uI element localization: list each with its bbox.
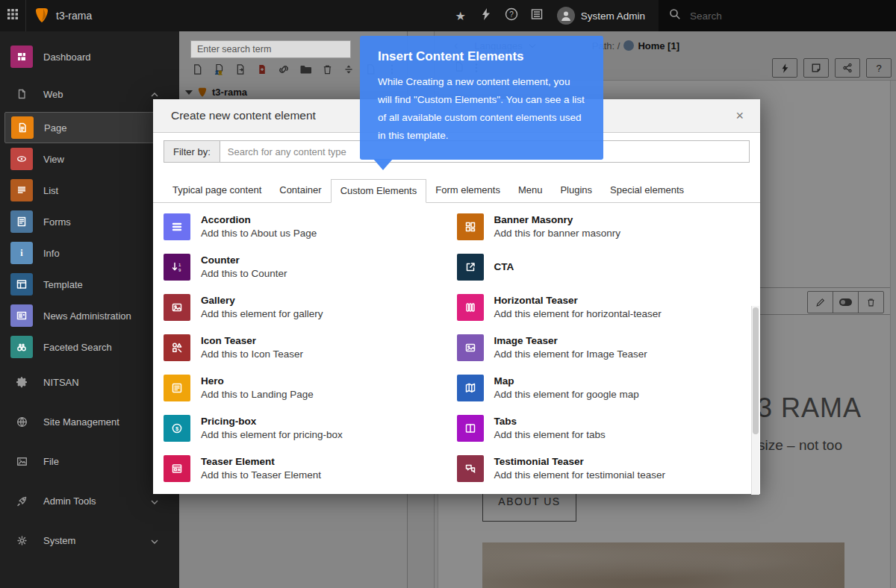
global-search-input[interactable] — [688, 10, 871, 22]
sidebar-item-label: Page — [44, 122, 66, 134]
info-icon: i — [10, 242, 33, 264]
app-grid-button[interactable] — [0, 0, 26, 31]
item-hero[interactable]: HeroAdd this to Landing Page — [164, 375, 457, 401]
tab-special-elements[interactable]: Special elements — [601, 179, 693, 202]
tabs-icon — [457, 415, 484, 442]
screen: t3-rama ★ ? System Admin — [0, 0, 896, 588]
sidebar-item-forms[interactable]: Forms — [0, 206, 179, 237]
sidebar-item-label: System — [43, 535, 75, 546]
sidebar-group-system[interactable]: System — [0, 521, 179, 560]
sidebar-group-nitsan[interactable]: NITSAN — [0, 363, 179, 402]
image-teaser-icon — [457, 334, 484, 361]
gear-outline-icon — [10, 530, 33, 552]
tab-form-elements[interactable]: Form elements — [426, 179, 509, 202]
item-name: Gallery — [201, 294, 323, 307]
sidebar-item-label: File — [43, 456, 59, 467]
item-name: Teaser Element — [201, 455, 321, 469]
page-tree-search[interactable] — [190, 40, 351, 58]
item-horizontal-teaser[interactable]: Horizontal TeaserAdd this element for ho… — [457, 294, 750, 321]
tooltip-body: While Creating a new content element, yo… — [378, 73, 585, 145]
item-tabs[interactable]: TabsAdd this element for tabs — [457, 415, 750, 442]
item-description: Add this for banner masonry — [494, 227, 621, 240]
system-log-button[interactable] — [524, 0, 550, 31]
tab-container[interactable]: Container — [270, 179, 330, 202]
sidebar-item-faceted-search[interactable]: Faceted Search — [0, 331, 179, 363]
clear-cache-button[interactable] — [473, 0, 499, 31]
sidebar-item-label: List — [43, 185, 58, 196]
modal-scrollbar[interactable] — [751, 306, 759, 495]
item-accordion[interactable]: AccordionAdd this to About us Page — [164, 213, 457, 240]
item-name: Image Teaser — [494, 334, 647, 348]
sidebar-item-news-administration[interactable]: News Administration — [0, 300, 179, 331]
page-icon — [11, 116, 34, 139]
item-name: Pricing-box — [201, 415, 343, 428]
content-element-list: AccordionAdd this to About us Page 19 Co… — [153, 203, 760, 495]
item-cta[interactable]: CTA — [457, 254, 750, 281]
sidebar-group-admin-tools[interactable]: Admin Tools — [0, 481, 179, 521]
sidebar-item-label: Web — [43, 89, 63, 100]
item-name: Icon Teaser — [201, 334, 303, 348]
tab-custom-elements[interactable]: Custom Elements — [331, 179, 427, 203]
svg-text:1: 1 — [178, 263, 181, 267]
item-pricing-box[interactable]: $ Pricing-boxAdd this element for pricin… — [164, 415, 457, 442]
site-title: t3-rama — [56, 10, 92, 22]
tour-tooltip: Insert Content Elements While Creating a… — [360, 36, 603, 160]
username: System Admin — [581, 10, 645, 22]
search-icon — [669, 8, 681, 23]
sidebar-group-site-management[interactable]: Site Management — [0, 402, 179, 442]
sidebar-group-file[interactable]: File — [0, 442, 179, 481]
item-gallery[interactable]: GalleryAdd this element for gallery — [164, 294, 457, 321]
view-icon — [10, 148, 33, 170]
item-icon-teaser[interactable]: Icon TeaserAdd this to Icon Teaser — [164, 334, 457, 361]
binoculars-icon — [10, 336, 33, 358]
chevron-down-icon — [151, 535, 158, 546]
sidebar-item-label: Template — [43, 279, 83, 290]
sidebar-item-info[interactable]: i Info — [0, 237, 179, 269]
chevron-up-icon — [151, 89, 158, 100]
sidebar-item-label: News Administration — [43, 310, 131, 322]
item-map[interactable]: MapAdd this element for google map — [457, 375, 750, 401]
sidebar-item-view[interactable]: View — [0, 143, 179, 175]
item-teaser-element[interactable]: Teaser ElementAdd this to Teaser Element — [164, 455, 457, 482]
bookmark-button[interactable]: ★ — [448, 0, 473, 31]
scrollbar-thumb[interactable] — [753, 307, 759, 434]
sidebar-item-label: Info — [43, 248, 60, 259]
item-description: Add this element for gallery — [201, 307, 323, 321]
masonry-icon — [457, 213, 484, 240]
page-tree-search-input[interactable] — [191, 43, 348, 55]
module-menu: Dashboard Web Page View List Forms i Inf… — [0, 31, 179, 588]
sidebar-item-template[interactable]: Template — [0, 269, 179, 300]
close-icon[interactable]: × — [731, 108, 748, 123]
vertical-bars-icon — [457, 294, 484, 321]
item-name: Hero — [201, 375, 314, 388]
sidebar-item-list[interactable]: List — [0, 175, 179, 206]
log-icon — [531, 8, 543, 23]
sidebar-item-dashboard[interactable]: Dashboard — [0, 37, 179, 76]
item-description: Add this to Teaser Element — [201, 469, 321, 482]
item-testimonial-teaser[interactable]: Testimonial TeaserAdd this element for t… — [457, 455, 750, 482]
grid-icon — [7, 8, 19, 23]
item-name: Testimonial Teaser — [494, 455, 666, 469]
item-description: Add this to Counter — [201, 267, 287, 281]
global-search[interactable] — [659, 0, 896, 31]
browser-window-icon — [164, 455, 190, 482]
item-counter[interactable]: 19 CounterAdd this to Counter — [164, 254, 457, 281]
tab-typical-page-content[interactable]: Typical page content — [164, 179, 270, 202]
tab-menu[interactable]: Menu — [509, 179, 552, 202]
item-name: CTA — [494, 260, 514, 274]
item-name: Accordion — [201, 213, 317, 227]
item-banner-masonry[interactable]: Banner MasonryAdd this for banner masonr… — [457, 213, 750, 240]
typo3-logo — [34, 7, 50, 24]
help-icon: ? — [505, 7, 518, 24]
hero-icon — [164, 375, 190, 401]
help-button[interactable]: ? — [499, 0, 524, 31]
image-icon — [10, 451, 33, 473]
item-image-teaser[interactable]: Image TeaserAdd this element for Image T… — [457, 334, 750, 361]
item-name: Map — [494, 375, 639, 388]
counter-icon: 19 — [164, 254, 190, 281]
globe-icon — [10, 411, 33, 434]
speech-bubbles-icon — [457, 455, 484, 482]
sidebar-group-web[interactable]: Web — [0, 76, 179, 112]
tab-plugins[interactable]: Plugins — [551, 179, 601, 202]
user-menu[interactable]: System Admin — [550, 7, 659, 25]
